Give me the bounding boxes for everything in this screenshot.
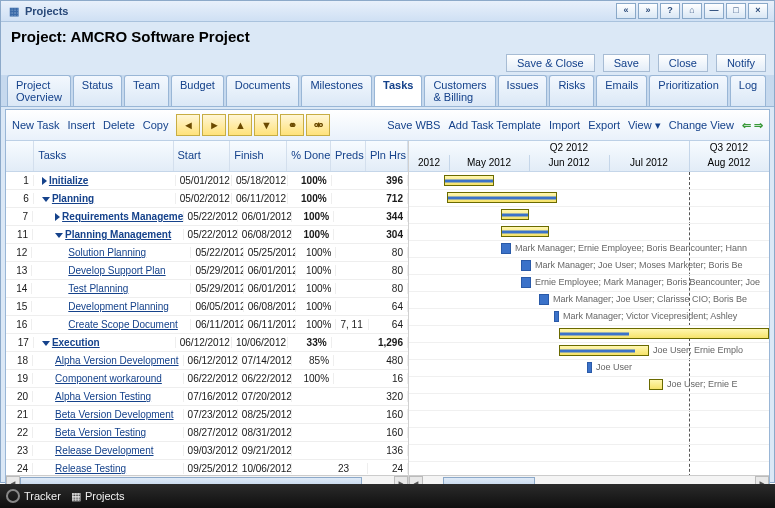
- expand-icon[interactable]: [55, 213, 60, 221]
- gantt-row[interactable]: [409, 393, 769, 411]
- gantt-row[interactable]: [409, 223, 769, 241]
- table-row[interactable]: 22Beta Version Testing08/27/201208/31/20…: [6, 424, 408, 442]
- import-button[interactable]: Import: [549, 119, 580, 131]
- scroll-left-icon[interactable]: ⇐: [742, 119, 751, 132]
- gantt-row[interactable]: Mark Manager; Joe User; Moses Marketer; …: [409, 257, 769, 275]
- table-row[interactable]: 21Beta Version Development07/23/201208/2…: [6, 406, 408, 424]
- gantt-row[interactable]: [409, 325, 769, 343]
- gantt-bar[interactable]: [501, 226, 549, 237]
- gantt-bar[interactable]: [554, 311, 559, 322]
- notify-button[interactable]: Notify: [716, 54, 766, 72]
- window-button-3[interactable]: ⌂: [682, 3, 702, 19]
- window-button-0[interactable]: «: [616, 3, 636, 19]
- tab-prioritization[interactable]: Prioritization: [649, 75, 728, 106]
- table-row[interactable]: 19Component workaround06/22/201206/22/20…: [6, 370, 408, 388]
- task-name-link[interactable]: Release Testing: [55, 463, 126, 474]
- gantt-row[interactable]: Mark Manager; Victor Vicepresident; Ashl…: [409, 308, 769, 326]
- task-name-link[interactable]: Alpha Version Development: [55, 355, 178, 366]
- gantt-row[interactable]: [409, 410, 769, 428]
- tab-team[interactable]: Team: [124, 75, 169, 106]
- task-name-link[interactable]: Beta Version Development: [55, 409, 173, 420]
- task-name-link[interactable]: Test Planning: [68, 283, 128, 294]
- gantt-row[interactable]: Mark Manager; Ernie Employee; Boris Bean…: [409, 240, 769, 258]
- col-pct[interactable]: % Done: [287, 141, 331, 171]
- save-wbs-button[interactable]: Save WBS: [387, 119, 440, 131]
- window-button-1[interactable]: »: [638, 3, 658, 19]
- col-tasks[interactable]: Tasks: [34, 141, 173, 171]
- table-row[interactable]: 6Planning05/02/201206/11/2012100%712: [6, 190, 408, 208]
- save-button[interactable]: Save: [603, 54, 650, 72]
- gantt-body[interactable]: Mark Manager; Ernie Employee; Boris Bean…: [409, 172, 769, 490]
- delete-button[interactable]: Delete: [103, 119, 135, 131]
- table-row[interactable]: 18Alpha Version Development06/12/201207/…: [6, 352, 408, 370]
- window-button-4[interactable]: —: [704, 3, 724, 19]
- task-name-link[interactable]: Create Scope Document: [68, 319, 178, 330]
- task-name-link[interactable]: Solution Planning: [68, 247, 146, 258]
- gantt-bar[interactable]: [587, 362, 592, 373]
- col-hrs[interactable]: Pln Hrs: [366, 141, 408, 171]
- tab-milestones[interactable]: Milestones: [301, 75, 372, 106]
- footer-projects[interactable]: ▦ Projects: [71, 490, 125, 503]
- table-row[interactable]: 11Planning Management05/22/201206/08/201…: [6, 226, 408, 244]
- gantt-row[interactable]: [409, 172, 769, 190]
- gantt-bar[interactable]: [649, 379, 663, 390]
- col-start[interactable]: Start: [174, 141, 231, 171]
- gantt-row[interactable]: Joe User: [409, 359, 769, 377]
- task-name-link[interactable]: Development Planning: [68, 301, 169, 312]
- task-name-link[interactable]: Planning Management: [65, 229, 171, 240]
- expand-icon[interactable]: [42, 177, 47, 185]
- tab-tasks[interactable]: Tasks: [374, 75, 422, 106]
- unlink-button[interactable]: ⚮: [306, 114, 330, 136]
- gantt-row[interactable]: Joe User; Ernie E: [409, 376, 769, 394]
- task-name-link[interactable]: Release Development: [55, 445, 153, 456]
- gantt-row[interactable]: [409, 444, 769, 462]
- tab-customers-billing[interactable]: Customers & Billing: [424, 75, 495, 106]
- gantt-bar[interactable]: [501, 209, 529, 220]
- task-name-link[interactable]: Requirements Management: [62, 211, 183, 222]
- arrow-down-button[interactable]: ▼: [254, 114, 278, 136]
- copy-button[interactable]: Copy: [143, 119, 169, 131]
- gantt-row[interactable]: Mark Manager; Joe User; Clarisse CIO; Bo…: [409, 291, 769, 309]
- table-row[interactable]: 20Alpha Version Testing07/16/201207/20/2…: [6, 388, 408, 406]
- table-row[interactable]: 12Solution Planning05/22/201205/25/20121…: [6, 244, 408, 262]
- collapse-icon[interactable]: [42, 341, 50, 346]
- gantt-bar[interactable]: [447, 192, 557, 203]
- view-menu[interactable]: View ▾: [628, 119, 661, 132]
- export-button[interactable]: Export: [588, 119, 620, 131]
- window-button-6[interactable]: ×: [748, 3, 768, 19]
- window-button-5[interactable]: □: [726, 3, 746, 19]
- gantt-row[interactable]: Ernie Employee; Mark Manager; Boris Bean…: [409, 274, 769, 292]
- insert-button[interactable]: Insert: [67, 119, 95, 131]
- new-task-button[interactable]: New Task: [12, 119, 59, 131]
- col-id[interactable]: [6, 141, 34, 171]
- col-finish[interactable]: Finish: [230, 141, 287, 171]
- tab-project-overview[interactable]: Project Overview: [7, 75, 71, 106]
- gantt-bar[interactable]: [521, 260, 531, 271]
- change-view-button[interactable]: Change View: [669, 119, 734, 131]
- tab-status[interactable]: Status: [73, 75, 122, 106]
- arrow-right-button[interactable]: ►: [202, 114, 226, 136]
- gantt-bar[interactable]: [521, 277, 531, 288]
- tab-issues[interactable]: Issues: [498, 75, 548, 106]
- task-name-link[interactable]: Alpha Version Testing: [55, 391, 151, 402]
- gantt-row[interactable]: [409, 206, 769, 224]
- table-row[interactable]: 16Create Scope Document06/11/201206/11/2…: [6, 316, 408, 334]
- gantt-row[interactable]: [409, 189, 769, 207]
- task-name-link[interactable]: Develop Support Plan: [68, 265, 165, 276]
- close-button[interactable]: Close: [658, 54, 708, 72]
- collapse-icon[interactable]: [42, 197, 50, 202]
- tab-risks[interactable]: Risks: [549, 75, 594, 106]
- task-name-link[interactable]: Planning: [52, 193, 94, 204]
- arrow-left-button[interactable]: ◄: [176, 114, 200, 136]
- table-row[interactable]: 14Test Planning05/29/201206/01/2012100%8…: [6, 280, 408, 298]
- task-name-link[interactable]: Execution: [52, 337, 100, 348]
- scroll-right-icon[interactable]: ⇒: [754, 119, 763, 132]
- tab-documents[interactable]: Documents: [226, 75, 300, 106]
- table-row[interactable]: 7Requirements Management05/22/201206/01/…: [6, 208, 408, 226]
- gantt-bar[interactable]: [444, 175, 494, 186]
- tab-budget[interactable]: Budget: [171, 75, 224, 106]
- gantt-row[interactable]: [409, 427, 769, 445]
- gantt-bar[interactable]: [559, 345, 649, 356]
- task-name-link[interactable]: Initialize: [49, 175, 88, 186]
- footer-tracker[interactable]: Tracker: [6, 489, 61, 503]
